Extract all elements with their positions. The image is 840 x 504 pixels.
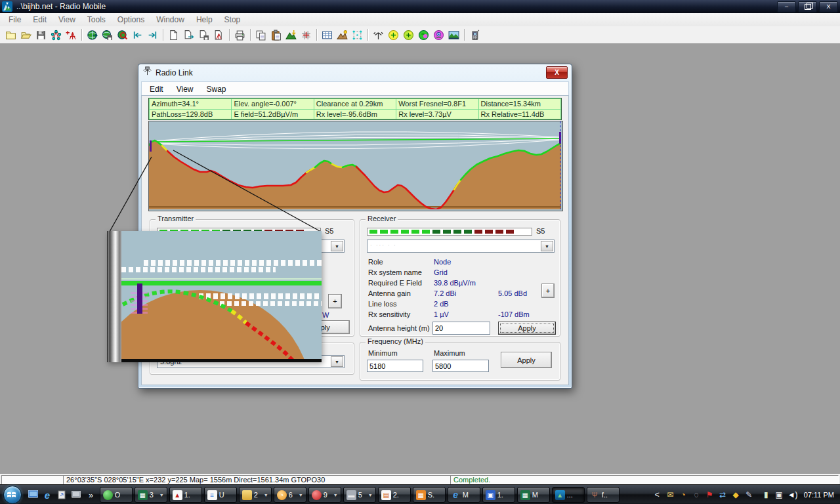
menu-item-window[interactable]: Window — [150, 14, 190, 26]
power-tray-icon[interactable]: ▮ — [761, 490, 771, 499]
taskbar-button-orange-app[interactable]: ▦S. — [413, 487, 446, 503]
menu-item-edit[interactable]: Edit — [27, 14, 52, 26]
save-network-icon[interactable] — [33, 28, 49, 42]
taskbar-button-radio-mobile[interactable]: ▲... — [552, 487, 585, 503]
transmitter-group-label: Transmitter — [156, 215, 196, 222]
combined-coverage-icon[interactable] — [401, 28, 416, 42]
taskbar-button-excel[interactable]: ▦M — [517, 487, 550, 503]
map-find-icon[interactable] — [115, 28, 130, 42]
taskbar-button-label: 5 — [358, 491, 362, 499]
link-info-cell: Worst Fresnel=0.8F1 — [396, 99, 478, 109]
transmitter-gain-plus-button[interactable]: + — [328, 294, 342, 308]
receiver-unit-combo[interactable]: · ··· · · ▼ — [367, 240, 555, 253]
taskbar-button-folder[interactable]: 2▼ — [239, 487, 272, 503]
internet-explorer-icon[interactable]: e — [41, 489, 53, 501]
quick-launch-chevron[interactable]: » — [89, 490, 93, 500]
next-view-icon[interactable] — [145, 28, 160, 42]
taskbar-button-clock[interactable]: ◔6▼ — [274, 487, 306, 503]
receiver-row-label: Rx system name — [368, 268, 434, 276]
transmitter-unit-dropdown-button[interactable]: ▼ — [331, 241, 343, 251]
picture-network-icon[interactable] — [211, 28, 226, 42]
taskbar-button-network-pc[interactable]: ▣1. — [482, 487, 515, 503]
volume-tray-icon[interactable]: ◄) — [788, 490, 797, 499]
frequency-min-input[interactable] — [367, 360, 423, 372]
interference-coverage-icon[interactable] — [431, 28, 446, 42]
frequency-apply-button[interactable]: Apply — [501, 352, 552, 368]
taskbar-group-arrow-icon[interactable]: ▼ — [264, 493, 268, 497]
taskbar-group-arrow-icon[interactable]: ▼ — [159, 493, 164, 497]
print-icon[interactable] — [232, 28, 247, 42]
radio-link-icon[interactable] — [371, 28, 386, 42]
taskbar-button-slide[interactable]: ▬5▼ — [343, 487, 376, 503]
merge-pictures-icon[interactable] — [299, 28, 314, 42]
best-unit-coverage-icon[interactable] — [416, 28, 431, 42]
taskbar-button-notepad[interactable]: ≡U — [204, 487, 237, 503]
menu-item-view[interactable]: View — [170, 83, 200, 95]
taskbar-button-excel[interactable]: ▦3▼ — [135, 487, 167, 503]
dotted-circle-tray-icon[interactable]: ◌ — [692, 490, 702, 499]
new-network-icon[interactable] — [3, 28, 18, 42]
start-button[interactable] — [3, 486, 22, 504]
antenna-height-input[interactable] — [432, 322, 490, 335]
taskbar-group-arrow-icon[interactable]: ▼ — [333, 493, 338, 497]
minimize-button[interactable]: – — [777, 1, 796, 12]
show-desktop-icon[interactable] — [27, 489, 39, 501]
net-dropdown-button[interactable]: ▼ — [331, 356, 343, 367]
network-tray-icon[interactable]: ▣ — [774, 490, 784, 499]
sync-tray-icon[interactable]: ⇄ — [718, 490, 728, 499]
close-button[interactable]: X — [819, 1, 838, 12]
taskbar-button-doc[interactable]: ▤2. — [378, 487, 411, 503]
menu-item-help[interactable]: Help — [190, 14, 219, 26]
open-network-icon[interactable] — [18, 28, 33, 42]
grid-view-icon[interactable] — [320, 28, 335, 42]
frequency-max-input[interactable] — [432, 360, 489, 372]
export-map-icon[interactable] — [284, 28, 299, 42]
tray-expand-chevron[interactable]: < — [652, 490, 662, 499]
receiver-gain-plus-button[interactable]: + — [541, 284, 555, 298]
paste-icon[interactable] — [268, 28, 284, 42]
network-properties-icon[interactable] — [49, 28, 64, 42]
new-picture-icon[interactable] — [166, 28, 181, 42]
taskbar-group-arrow-icon[interactable]: ▼ — [368, 493, 373, 497]
unit-properties-icon[interactable] — [64, 28, 79, 42]
taskbar-button-red-ball[interactable]: 9▼ — [308, 487, 341, 503]
mail-tray-icon[interactable]: ✉ — [665, 490, 675, 499]
shield-tray-icon[interactable]: ◆ — [731, 490, 741, 499]
dialog-title-bar[interactable]: Radio Link X — [138, 64, 572, 81]
save-picture-icon[interactable] — [196, 28, 211, 42]
dialog-close-button[interactable]: X — [546, 66, 568, 79]
taskbar-button-antenna[interactable]: Ψf.. — [587, 487, 620, 503]
export-picture-icon[interactable] — [181, 28, 196, 42]
shortcut-icon[interactable] — [56, 489, 68, 501]
window-app-icon[interactable] — [70, 489, 82, 501]
menu-item-stop[interactable]: Stop — [219, 14, 247, 26]
handheld-radio-icon[interactable] — [467, 28, 482, 42]
menu-item-options[interactable]: Options — [112, 14, 150, 26]
restore-button[interactable] — [798, 1, 817, 12]
taskbar-button-ie[interactable]: eM — [448, 487, 480, 503]
taskbar-group-arrow-icon[interactable]: ▼ — [299, 493, 303, 497]
receiver-unit-dropdown-button[interactable]: ▼ — [541, 241, 553, 251]
receiver-apply-button[interactable]: Apply — [498, 322, 556, 335]
single-coverage-icon[interactable] — [386, 28, 401, 42]
clock-tray-icon[interactable]: ◔ — [679, 490, 688, 499]
signal-segment — [443, 230, 451, 234]
menu-item-edit[interactable]: Edit — [143, 83, 170, 95]
terrain-view-icon[interactable] — [335, 28, 350, 42]
map-save-icon[interactable] — [100, 28, 115, 42]
copy-icon[interactable] — [253, 28, 268, 42]
menu-item-tools[interactable]: Tools — [81, 14, 112, 26]
menu-item-swap[interactable]: Swap — [200, 83, 232, 95]
previous-view-icon[interactable] — [130, 28, 145, 42]
taskbar-button-green-ball[interactable]: O — [100, 487, 133, 503]
transmitter-signal-label: S5 — [325, 227, 333, 235]
visual-coverage-icon[interactable] — [446, 28, 461, 42]
selection-box-icon[interactable] — [350, 28, 365, 42]
receiver-signal-meter — [367, 228, 532, 236]
flag-tray-icon[interactable]: ⚑ — [705, 490, 715, 499]
pen-tray-icon[interactable]: ✎ — [744, 490, 754, 499]
menu-item-file[interactable]: File — [3, 14, 27, 26]
taskbar-button-acrobat[interactable]: ▲1. — [169, 487, 202, 503]
menu-item-view[interactable]: View — [52, 14, 81, 26]
map-extract-icon[interactable] — [85, 28, 100, 42]
